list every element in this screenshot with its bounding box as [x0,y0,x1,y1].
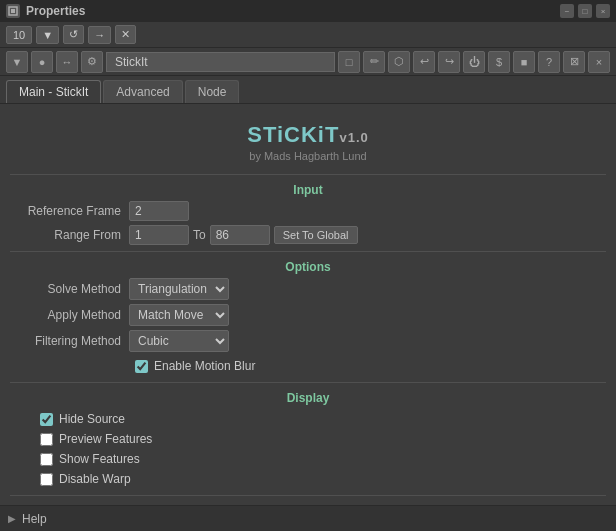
toolbar-btn-1[interactable]: ▼ [36,26,59,44]
apply-method-label: Apply Method [14,308,129,322]
solve-method-row: Solve Method Triangulation Homography Pl… [10,278,606,300]
node-hex-btn[interactable]: ⬡ [388,51,410,73]
reference-frame-label: Reference Frame [14,204,129,218]
section-options: Options [10,260,606,274]
hide-source-row: Hide Source [10,409,606,429]
tab-advanced[interactable]: Advanced [103,80,182,103]
range-to-input[interactable] [210,225,270,245]
range-from-label: Range From [14,228,129,242]
divider-options [10,251,606,252]
plugin-author: by Mads Hagbarth Lund [10,150,606,162]
node-dot-btn[interactable]: ● [31,51,53,73]
filtering-method-row: Filtering Method Cubic Linear None [10,330,606,352]
plugin-title: STiCKiTv1.0 [10,122,606,148]
help-arrow-icon: ▶ [8,513,16,524]
section-display: Display [10,391,606,405]
node-edit-btn[interactable]: ✏ [363,51,385,73]
solve-method-select[interactable]: Triangulation Homography Planar [129,278,229,300]
node-toolbar: ▼ ● ↔ ⚙ □ ✏ ⬡ ↩ ↪ ⏻ $ ■ ? ⊠ × [0,48,616,76]
title-bar-title: Properties [26,4,85,18]
node-name-input[interactable] [106,52,335,72]
show-features-row: Show Features [10,449,606,469]
maximize-button[interactable]: □ [578,4,592,18]
show-features-checkbox[interactable] [40,453,53,466]
toolbar-btn-2[interactable]: ↺ [63,25,84,44]
node-dollar-btn[interactable]: $ [488,51,510,73]
minimize-button[interactable]: − [560,4,574,18]
divider-display [10,382,606,383]
node-power-btn[interactable]: ⏻ [463,51,485,73]
disable-warp-checkbox[interactable] [40,473,53,486]
preview-features-label: Preview Features [59,432,152,446]
set-to-global-button[interactable]: Set To Global [274,226,358,244]
toolbar: 10 ▼ ↺ → ✕ [0,22,616,48]
reference-frame-input[interactable] [129,201,189,221]
node-gear-icon[interactable]: ⚙ [81,51,103,73]
disable-warp-row: Disable Warp [10,469,606,489]
range-inputs: To Set To Global [129,225,358,245]
node-redo-btn[interactable]: ↪ [438,51,460,73]
toolbar-btn-4[interactable]: ✕ [115,25,136,44]
node-view-btn[interactable]: □ [338,51,360,73]
node-cross-btn[interactable]: ⊠ [563,51,585,73]
node-square-btn[interactable]: ■ [513,51,535,73]
node-close-btn[interactable]: × [588,51,610,73]
preview-features-row: Preview Features [10,429,606,449]
section-input: Input [10,183,606,197]
tabs: Main - StickIt Advanced Node [0,76,616,104]
range-from-input[interactable] [129,225,189,245]
node-undo-btn[interactable]: ↩ [413,51,435,73]
range-to-label: To [193,228,206,242]
tab-main[interactable]: Main - StickIt [6,80,101,103]
close-button[interactable]: × [596,4,610,18]
toolbar-num[interactable]: 10 [6,26,32,44]
apply-method-select[interactable]: Match Move Stabilize [129,304,229,326]
show-features-label: Show Features [59,452,140,466]
svg-rect-1 [11,9,15,13]
divider-top [10,174,606,175]
content-area: STiCKiTv1.0 by Mads Hagbarth Lund Input … [0,104,616,505]
apply-method-row: Apply Method Match Move Stabilize [10,304,606,326]
motion-blur-label: Enable Motion Blur [154,359,255,373]
filtering-method-select[interactable]: Cubic Linear None [129,330,229,352]
reference-frame-row: Reference Frame [10,201,606,221]
node-toggle-btn[interactable]: ▼ [6,51,28,73]
motion-blur-checkbox[interactable] [135,360,148,373]
hide-source-label: Hide Source [59,412,125,426]
toolbar-btn-3[interactable]: → [88,26,111,44]
plugin-header: STiCKiTv1.0 by Mads Hagbarth Lund [10,112,606,168]
node-arrow-btn[interactable]: ↔ [56,51,78,73]
motion-blur-row: Enable Motion Blur [10,356,606,376]
title-bar-icon [6,4,20,18]
disable-warp-label: Disable Warp [59,472,131,486]
preview-features-checkbox[interactable] [40,433,53,446]
help-bar[interactable]: ▶ Help [0,505,616,531]
title-bar-controls: − □ × [560,4,610,18]
solve-method-label: Solve Method [14,282,129,296]
tab-node[interactable]: Node [185,80,240,103]
divider-analyse [10,495,606,496]
hide-source-checkbox[interactable] [40,413,53,426]
node-help-btn[interactable]: ? [538,51,560,73]
range-row: Range From To Set To Global [10,225,606,245]
filtering-method-label: Filtering Method [14,334,129,348]
title-bar: Properties − □ × [0,0,616,22]
help-label: Help [22,512,47,526]
